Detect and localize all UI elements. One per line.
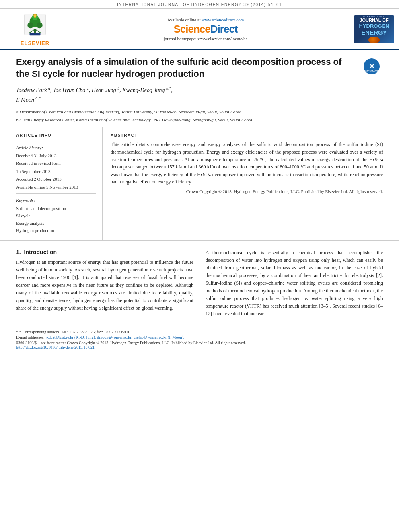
abstract-copyright: Crown Copyright © 2013, Hydrogen Energy …: [111, 188, 383, 195]
section-number: 1.: [16, 249, 21, 255]
journal-cover-energy: ENERGY: [361, 29, 387, 36]
elsevier-wordmark: ELSEVIER: [21, 40, 49, 46]
intro-left-paragraph: Hydrogen is an important source of energ…: [16, 259, 193, 312]
keyword-1: Sulfuric acid decomposition: [16, 205, 96, 212]
author-jaedeuk: Jaedeuk Park: [16, 87, 47, 93]
keyword-2: SI cycle: [16, 212, 96, 219]
journal-cover-image: INTERNATIONAL JOURNAL OF HYDROGEN ENERGY: [354, 15, 394, 43]
corresponding-author-note: * * Corresponding authors. Tel.: +82 2 3…: [16, 329, 383, 334]
abstract-text: This article details comprehensive energ…: [111, 141, 383, 186]
author-jaehyun: Jae Hyun Cho: [53, 87, 85, 93]
article-info-panel: Article info Article history: Received 3…: [0, 127, 103, 240]
section-title: Introduction: [24, 249, 57, 255]
keywords-list: Sulfuric acid decomposition SI cycle Exe…: [16, 205, 96, 234]
journal-cover-area: INTERNATIONAL JOURNAL OF HYDROGEN ENERGY: [346, 15, 394, 43]
authors-list: Jaedeuk Park a, Jae Hyun Cho a, Heon Jun…: [16, 85, 355, 105]
abstract-panel: ABSTRACT This article details comprehens…: [103, 127, 399, 240]
crossmark-area: ✕ CrossMark: [363, 56, 383, 75]
sciencedirect-header: Available online at www.sciencedirect.co…: [69, 17, 342, 41]
author-il: Il Moon: [16, 97, 34, 103]
svg-text:✕: ✕: [369, 62, 375, 70]
accepted-date: Accepted 2 October 2013: [16, 176, 96, 183]
elsevier-branding: ELSEVIER: [5, 12, 65, 46]
author-kwang: Kwang-Deog Jung: [122, 87, 165, 93]
article-history-label: Article history:: [16, 144, 96, 151]
introduction-section: 1. Introduction Hydrogen is an important…: [0, 241, 399, 322]
intro-right-paragraph: A thermochemical cycle is essentially a …: [206, 249, 383, 318]
keyword-3: Exergy analysis: [16, 220, 96, 227]
page-footer: * * Corresponding authors. Tel.: +82 2 3…: [0, 326, 399, 353]
sciencedirect-logo: ScienceDirect: [69, 23, 342, 35]
article-body: Article info Article history: Received 3…: [0, 127, 399, 241]
email-addresses: jkdcat@kist.re.kr (K.-D. Jung), ilmoon@y…: [45, 335, 184, 339]
journal-name-topbar: INTERNATIONAL JOURNAL OF HYDROGEN ENERGY…: [117, 2, 282, 7]
journal-cover-hydrogen: HYDROGEN: [359, 23, 389, 29]
corresponding-label: * Corresponding authors.: [19, 330, 60, 334]
journal-homepage: journal homepage: www.elsevier.com/locat…: [69, 36, 342, 41]
svg-text:CrossMark: CrossMark: [365, 70, 378, 72]
article-history-heading: Article info: [16, 133, 96, 138]
section-heading: 1. Introduction: [16, 249, 193, 255]
journal-topbar: INTERNATIONAL JOURNAL OF HYDROGEN ENERGY…: [0, 0, 399, 9]
issn-line: 0360-3199/$ – see front matter Crown Cop…: [16, 341, 383, 345]
received-date: Received 31 July 2013: [16, 152, 96, 159]
svg-point-5: [27, 22, 33, 28]
doi-line: http://dx.doi.org/10.1016/j.ijhydene.201…: [16, 345, 383, 349]
affiliations: a Department of Chemical and Biomolecula…: [16, 109, 355, 123]
title-text-area: Exergy analysis of a simulation of the s…: [16, 56, 355, 123]
affiliation-b: b Clean Energy Research Center, Korea In…: [16, 117, 355, 123]
received-revised-label: Received in revised form: [16, 160, 96, 167]
received-revised-date: 16 September 2013: [16, 168, 96, 175]
svg-point-9: [34, 15, 36, 17]
intro-right-col: A thermochemical cycle is essentially a …: [206, 249, 383, 318]
divider-1: [16, 141, 96, 141]
article-title: Exergy analysis of a simulation of the s…: [16, 56, 355, 80]
title-section: Exergy analysis of a simulation of the s…: [0, 50, 399, 127]
available-online-date: Available online 5 November 2013: [16, 184, 96, 191]
tel-fax: Tel.: +82 2 363 9375; fax: +82 2 312 640…: [61, 330, 131, 334]
email-label: E-mail addresses:: [16, 335, 45, 339]
sciencedirect-url[interactable]: www.sciencedirect.com: [202, 17, 244, 22]
intro-left-col: 1. Introduction Hydrogen is an important…: [16, 249, 193, 318]
journal-cover-title: JOURNAL OF HYDROGEN: [359, 18, 389, 29]
keywords-label: Keywords:: [16, 197, 96, 204]
svg-point-6: [37, 22, 43, 28]
affiliation-a: a Department of Chemical and Biomolecula…: [16, 109, 355, 115]
keyword-4: Hydrogen production: [16, 227, 96, 234]
journal-cover-graphic: [368, 37, 380, 43]
abstract-heading: ABSTRACT: [111, 133, 383, 138]
divider-2: [16, 193, 96, 194]
crossmark-icon: ✕ CrossMark: [363, 58, 380, 75]
elsevier-tree-icon: [23, 12, 47, 40]
available-online-text: Available online at www.sciencedirect.co…: [69, 17, 342, 22]
email-note: E-mail addresses: jkdcat@kist.re.kr (K.-…: [16, 335, 383, 339]
author-heon: Heon Jung: [92, 87, 116, 93]
page-header: ELSEVIER Available online at www.science…: [0, 9, 399, 50]
elsevier-logo-area: ELSEVIER: [5, 12, 65, 46]
